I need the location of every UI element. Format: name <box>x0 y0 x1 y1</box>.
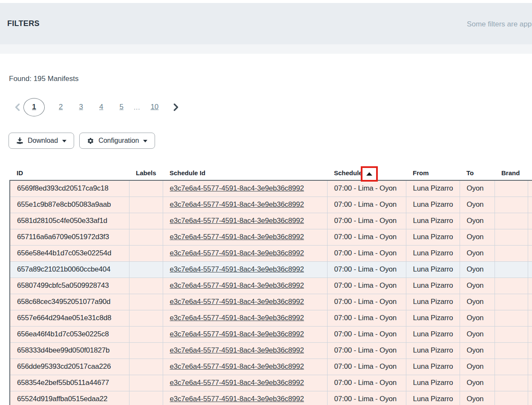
column-header-brand[interactable]: Brand <box>495 166 528 180</box>
schedule-id-link[interactable]: e3c7e6a4-5577-4591-8ac4-3e9eb36c8992 <box>170 330 304 338</box>
column-header-schedule-label: Schedule <box>334 169 362 176</box>
cell-schedule: 07:00 - Lima - Oyon <box>327 375 406 391</box>
page-button-3[interactable]: 3 <box>79 103 83 111</box>
filters-applied-status: Some filters are appl <box>467 20 532 29</box>
table-row: 6569f8ed393cd20517ca9c18 e3c7e6a4-5577-4… <box>10 180 532 197</box>
cell-from: Luna Pizarro <box>406 245 460 261</box>
cell-schedule-id: e3c7e6a4-5577-4591-8ac4-3e9eb36c8992 <box>163 326 327 342</box>
cell-to: Oyon <box>460 359 495 375</box>
cell-extra <box>528 375 532 391</box>
page-button-current[interactable]: 1 <box>23 98 45 116</box>
cell-to: Oyon <box>460 197 495 213</box>
cell-to: Oyon <box>460 342 495 359</box>
cell-labels <box>129 310 163 326</box>
schedule-id-link[interactable]: e3c7e6a4-5577-4591-8ac4-3e9eb36c8992 <box>170 362 304 370</box>
schedule-id-link[interactable]: e3c7e6a4-5577-4591-8ac4-3e9eb36c8992 <box>170 281 304 289</box>
column-header-id[interactable]: ID <box>10 166 129 180</box>
sort-ascending-icon <box>366 172 372 176</box>
cell-from: Luna Pizarro <box>406 180 460 197</box>
cell-id: 656ea46f4b1d7c053e0225c8 <box>10 326 129 342</box>
table-row: 6581d28105c4fe050e33af1d e3c7e6a4-5577-4… <box>10 213 532 229</box>
cell-schedule-id: e3c7e6a4-5577-4591-8ac4-3e9eb36c8992 <box>163 180 327 197</box>
cell-schedule: 07:00 - Lima - Oyon <box>327 310 406 326</box>
download-button[interactable]: Download <box>9 133 74 149</box>
cell-brand <box>495 197 528 213</box>
column-header-to[interactable]: To <box>460 166 495 180</box>
cell-id: 656dde95393cd20517caa226 <box>10 359 129 375</box>
schedule-id-link[interactable]: e3c7e6a4-5577-4591-8ac4-3e9eb36c8992 <box>170 249 304 257</box>
table-row: 6557e664d294ae051e31c8d8 e3c7e6a4-5577-4… <box>10 310 532 326</box>
schedule-id-link[interactable]: e3c7e6a4-5577-4591-8ac4-3e9eb36c8992 <box>170 314 304 322</box>
filters-panel: FILTERS Some filters are appl <box>0 3 532 44</box>
cell-labels <box>129 261 163 278</box>
cell-from: Luna Pizarro <box>406 294 460 310</box>
table-toolbar: Download Configuration <box>9 133 155 149</box>
column-header-schedule[interactable]: Schedule <box>327 166 406 180</box>
cell-from: Luna Pizarro <box>406 261 460 278</box>
cell-brand <box>495 310 528 326</box>
table-header-row: ID Labels Schedule Id Schedule From To B… <box>10 166 532 180</box>
cell-from: Luna Pizarro <box>406 197 460 213</box>
filters-panel-footer <box>0 44 532 54</box>
cell-schedule-id: e3c7e6a4-5577-4591-8ac4-3e9eb36c8992 <box>163 359 327 375</box>
schedule-id-link[interactable]: e3c7e6a4-5577-4591-8ac4-3e9eb36c8992 <box>170 200 304 208</box>
pagination-ellipsis: ... <box>134 104 141 111</box>
filters-panel-title: FILTERS <box>7 19 40 28</box>
cell-to: Oyon <box>460 375 495 391</box>
page-button-4[interactable]: 4 <box>99 103 103 111</box>
schedule-id-link[interactable]: e3c7e6a4-5577-4591-8ac4-3e9eb36c8992 <box>170 184 304 192</box>
cell-extra <box>528 294 532 310</box>
cell-extra <box>528 391 532 405</box>
page-button-last[interactable]: 10 <box>150 103 158 111</box>
cell-from: Luna Pizarro <box>406 213 460 229</box>
cell-id: 657116a6a6709e051972d3f3 <box>10 229 129 245</box>
cell-brand <box>495 261 528 278</box>
cell-id: 6557e664d294ae051e31c8d8 <box>10 310 129 326</box>
cell-schedule: 07:00 - Lima - Oyon <box>327 197 406 213</box>
cell-schedule-id: e3c7e6a4-5577-4591-8ac4-3e9eb36c8992 <box>163 278 327 294</box>
cell-labels <box>129 359 163 375</box>
configuration-button[interactable]: Configuration <box>79 133 155 149</box>
cell-schedule-id: e3c7e6a4-5577-4591-8ac4-3e9eb36c8992 <box>163 197 327 213</box>
configuration-button-label: Configuration <box>98 137 139 145</box>
table-body: 6569f8ed393cd20517ca9c18 e3c7e6a4-5577-4… <box>10 180 532 405</box>
cell-extra <box>528 359 532 375</box>
cell-from: Luna Pizarro <box>406 391 460 405</box>
cell-schedule: 07:00 - Lima - Oyon <box>327 359 406 375</box>
cell-schedule-id: e3c7e6a4-5577-4591-8ac4-3e9eb36c8992 <box>163 391 327 405</box>
caret-down-icon <box>143 140 147 142</box>
page-button-2[interactable]: 2 <box>59 103 63 111</box>
column-header-from[interactable]: From <box>406 166 460 180</box>
schedule-id-link[interactable]: e3c7e6a4-5577-4591-8ac4-3e9eb36c8992 <box>170 298 304 306</box>
schedule-id-link[interactable]: e3c7e6a4-5577-4591-8ac4-3e9eb36c8992 <box>170 379 304 387</box>
schedule-id-link[interactable]: e3c7e6a4-5577-4591-8ac4-3e9eb36c8992 <box>170 233 304 241</box>
cell-schedule: 07:00 - Lima - Oyon <box>327 391 406 405</box>
cell-brand <box>495 294 528 310</box>
cell-schedule: 07:00 - Lima - Oyon <box>327 213 406 229</box>
cell-labels <box>129 391 163 405</box>
column-header-schedule-id[interactable]: Schedule Id <box>163 166 327 180</box>
cell-schedule-id: e3c7e6a4-5577-4591-8ac4-3e9eb36c8992 <box>163 310 327 326</box>
schedule-id-link[interactable]: e3c7e6a4-5577-4591-8ac4-3e9eb36c8992 <box>170 217 304 225</box>
cell-schedule-id: e3c7e6a4-5577-4591-8ac4-3e9eb36c8992 <box>163 213 327 229</box>
table-row: 656ea46f4b1d7c053e0225c8 e3c7e6a4-5577-4… <box>10 326 532 342</box>
column-header-labels[interactable]: Labels <box>129 166 163 180</box>
cell-extra <box>528 326 532 342</box>
page-button-5[interactable]: 5 <box>119 103 123 111</box>
previous-page-button[interactable] <box>14 103 20 111</box>
cell-labels <box>129 229 163 245</box>
schedule-id-link[interactable]: e3c7e6a4-5577-4591-8ac4-3e9eb36c8992 <box>170 346 304 354</box>
cell-brand <box>495 245 528 261</box>
manifests-table-container: ID Labels Schedule Id Schedule From To B… <box>9 166 532 405</box>
cell-from: Luna Pizarro <box>406 326 460 342</box>
cell-extra <box>528 180 532 197</box>
schedule-id-link[interactable]: e3c7e6a4-5577-4591-8ac4-3e9eb36c8992 <box>170 265 304 273</box>
cell-labels <box>129 213 163 229</box>
results-count-label: Found: 195 Manifests <box>9 75 78 83</box>
cell-to: Oyon <box>460 245 495 261</box>
schedule-id-link[interactable]: e3c7e6a4-5577-4591-8ac4-3e9eb36c8992 <box>170 395 304 403</box>
next-page-button[interactable] <box>173 103 179 111</box>
cell-to: Oyon <box>460 391 495 405</box>
table-row: 658c68cec34952051077a90d e3c7e6a4-5577-4… <box>10 294 532 310</box>
cell-id: 65524d919affba0515edaa22 <box>10 391 129 405</box>
